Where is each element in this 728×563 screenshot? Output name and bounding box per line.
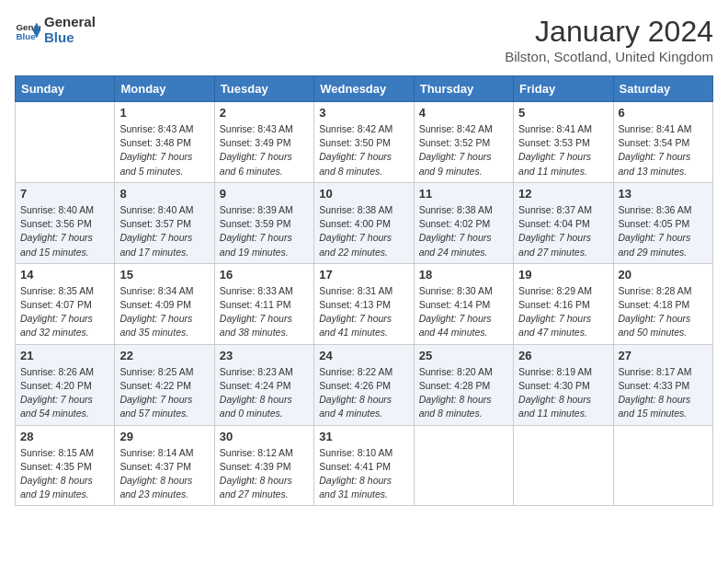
calendar-cell: 20 Sunrise: 8:28 AM Sunset: 4:18 PM Dayl… xyxy=(613,263,712,344)
calendar-cell: 30 Sunrise: 8:12 AM Sunset: 4:39 PM Dayl… xyxy=(214,425,313,506)
day-info: Sunrise: 8:14 AM Sunset: 4:37 PM Dayligh… xyxy=(119,446,209,502)
daylight-label: Daylight: 7 hours and 29 minutes. xyxy=(619,232,691,257)
calendar-cell: 1 Sunrise: 8:43 AM Sunset: 3:48 PM Dayli… xyxy=(115,102,214,183)
calendar-cell: 12 Sunrise: 8:37 AM Sunset: 4:04 PM Dayl… xyxy=(514,182,613,263)
day-number: 2 xyxy=(220,106,309,120)
calendar-cell: 14 Sunrise: 8:35 AM Sunset: 4:07 PM Dayl… xyxy=(16,263,115,344)
calendar-cell: 9 Sunrise: 8:39 AM Sunset: 3:59 PM Dayli… xyxy=(214,182,313,263)
daylight-label: Daylight: 8 hours and 19 minutes. xyxy=(20,475,93,500)
calendar-cell: 19 Sunrise: 8:29 AM Sunset: 4:16 PM Dayl… xyxy=(514,263,613,344)
calendar-cell: 28 Sunrise: 8:15 AM Sunset: 4:35 PM Dayl… xyxy=(16,425,115,506)
day-info: Sunrise: 8:42 AM Sunset: 3:52 PM Dayligh… xyxy=(419,122,508,178)
header-tuesday: Tuesday xyxy=(214,76,313,102)
header-sunday: Sunday xyxy=(16,76,115,102)
calendar-cell: 2 Sunrise: 8:43 AM Sunset: 3:49 PM Dayli… xyxy=(214,102,313,183)
day-info: Sunrise: 8:43 AM Sunset: 3:48 PM Dayligh… xyxy=(119,122,209,178)
calendar-cell: 22 Sunrise: 8:25 AM Sunset: 4:22 PM Dayl… xyxy=(115,344,214,425)
calendar-cell xyxy=(613,425,712,506)
day-info: Sunrise: 8:43 AM Sunset: 3:49 PM Dayligh… xyxy=(220,122,309,178)
day-number: 10 xyxy=(319,187,408,201)
day-info: Sunrise: 8:40 AM Sunset: 3:56 PM Dayligh… xyxy=(20,203,109,259)
day-info: Sunrise: 8:34 AM Sunset: 4:09 PM Dayligh… xyxy=(119,284,209,340)
day-number: 11 xyxy=(419,187,508,201)
daylight-label: Daylight: 7 hours and 24 minutes. xyxy=(419,232,492,257)
calendar-week-row: 14 Sunrise: 8:35 AM Sunset: 4:07 PM Dayl… xyxy=(16,263,713,344)
calendar-cell: 27 Sunrise: 8:17 AM Sunset: 4:33 PM Dayl… xyxy=(613,344,712,425)
daylight-label: Daylight: 8 hours and 15 minutes. xyxy=(619,394,691,419)
day-number: 14 xyxy=(20,268,109,282)
day-number: 18 xyxy=(419,268,508,282)
calendar-table: SundayMondayTuesdayWednesdayThursdayFrid… xyxy=(15,75,713,506)
day-info: Sunrise: 8:35 AM Sunset: 4:07 PM Dayligh… xyxy=(20,284,109,340)
daylight-label: Daylight: 8 hours and 27 minutes. xyxy=(220,475,292,500)
daylight-label: Daylight: 7 hours and 22 minutes. xyxy=(319,232,392,257)
day-info: Sunrise: 8:26 AM Sunset: 4:20 PM Dayligh… xyxy=(20,365,109,421)
calendar-cell: 26 Sunrise: 8:19 AM Sunset: 4:30 PM Dayl… xyxy=(514,344,613,425)
daylight-label: Daylight: 7 hours and 13 minutes. xyxy=(619,151,691,176)
day-number: 17 xyxy=(319,268,408,282)
daylight-label: Daylight: 8 hours and 23 minutes. xyxy=(119,475,192,500)
page-header: General Blue General Blue January 2024 B… xyxy=(15,15,713,64)
day-info: Sunrise: 8:40 AM Sunset: 3:57 PM Dayligh… xyxy=(119,203,209,259)
calendar-cell: 4 Sunrise: 8:42 AM Sunset: 3:52 PM Dayli… xyxy=(414,102,513,183)
daylight-label: Daylight: 8 hours and 4 minutes. xyxy=(319,394,392,419)
day-info: Sunrise: 8:38 AM Sunset: 4:00 PM Dayligh… xyxy=(319,203,408,259)
day-number: 31 xyxy=(319,430,408,443)
day-number: 4 xyxy=(419,106,508,120)
svg-text:Blue: Blue xyxy=(16,30,36,40)
day-number: 25 xyxy=(419,349,508,362)
day-number: 12 xyxy=(518,187,608,201)
day-number: 30 xyxy=(220,430,309,443)
day-info: Sunrise: 8:28 AM Sunset: 4:18 PM Dayligh… xyxy=(619,284,708,340)
day-info: Sunrise: 8:12 AM Sunset: 4:39 PM Dayligh… xyxy=(220,446,309,502)
calendar-cell: 23 Sunrise: 8:23 AM Sunset: 4:24 PM Dayl… xyxy=(214,344,313,425)
logo-line1: General xyxy=(44,15,96,30)
day-info: Sunrise: 8:37 AM Sunset: 4:04 PM Dayligh… xyxy=(518,203,608,259)
calendar-cell: 6 Sunrise: 8:41 AM Sunset: 3:54 PM Dayli… xyxy=(613,102,712,183)
day-info: Sunrise: 8:15 AM Sunset: 4:35 PM Dayligh… xyxy=(20,446,109,502)
day-info: Sunrise: 8:30 AM Sunset: 4:14 PM Dayligh… xyxy=(419,284,508,340)
daylight-label: Daylight: 7 hours and 17 minutes. xyxy=(119,232,192,257)
month-year-title: January 2024 xyxy=(505,15,713,49)
daylight-label: Daylight: 7 hours and 47 minutes. xyxy=(518,313,591,338)
day-number: 19 xyxy=(518,268,608,282)
day-number: 7 xyxy=(20,187,109,201)
day-number: 13 xyxy=(619,187,708,201)
header-friday: Friday xyxy=(514,76,613,102)
daylight-label: Daylight: 8 hours and 31 minutes. xyxy=(319,475,392,500)
daylight-label: Daylight: 7 hours and 15 minutes. xyxy=(20,232,93,257)
day-number: 1 xyxy=(119,106,209,120)
day-number: 16 xyxy=(220,268,309,282)
daylight-label: Daylight: 8 hours and 11 minutes. xyxy=(518,394,591,419)
day-number: 23 xyxy=(220,349,309,362)
day-number: 15 xyxy=(119,268,209,282)
daylight-label: Daylight: 7 hours and 11 minutes. xyxy=(518,151,591,176)
calendar-cell: 16 Sunrise: 8:33 AM Sunset: 4:11 PM Dayl… xyxy=(214,263,313,344)
calendar-header-row: SundayMondayTuesdayWednesdayThursdayFrid… xyxy=(16,76,713,102)
calendar-cell: 18 Sunrise: 8:30 AM Sunset: 4:14 PM Dayl… xyxy=(414,263,513,344)
calendar-cell: 17 Sunrise: 8:31 AM Sunset: 4:13 PM Dayl… xyxy=(314,263,414,344)
daylight-label: Daylight: 8 hours and 8 minutes. xyxy=(419,394,492,419)
day-info: Sunrise: 8:25 AM Sunset: 4:22 PM Dayligh… xyxy=(119,365,209,421)
logo: General Blue General Blue xyxy=(15,15,96,45)
calendar-week-row: 21 Sunrise: 8:26 AM Sunset: 4:20 PM Dayl… xyxy=(16,344,713,425)
daylight-label: Daylight: 7 hours and 44 minutes. xyxy=(419,313,492,338)
day-info: Sunrise: 8:22 AM Sunset: 4:26 PM Dayligh… xyxy=(319,365,408,421)
day-number: 6 xyxy=(619,106,708,120)
daylight-label: Daylight: 7 hours and 9 minutes. xyxy=(419,151,492,176)
day-number: 20 xyxy=(619,268,708,282)
day-info: Sunrise: 8:10 AM Sunset: 4:41 PM Dayligh… xyxy=(319,446,408,502)
logo-icon: General Blue xyxy=(15,17,40,43)
calendar-cell: 29 Sunrise: 8:14 AM Sunset: 4:37 PM Dayl… xyxy=(115,425,214,506)
day-info: Sunrise: 8:36 AM Sunset: 4:05 PM Dayligh… xyxy=(619,203,708,259)
day-info: Sunrise: 8:38 AM Sunset: 4:02 PM Dayligh… xyxy=(419,203,508,259)
day-number: 22 xyxy=(119,349,209,362)
daylight-label: Daylight: 7 hours and 19 minutes. xyxy=(220,232,292,257)
day-info: Sunrise: 8:31 AM Sunset: 4:13 PM Dayligh… xyxy=(319,284,408,340)
header-thursday: Thursday xyxy=(414,76,513,102)
day-info: Sunrise: 8:33 AM Sunset: 4:11 PM Dayligh… xyxy=(220,284,309,340)
calendar-cell xyxy=(16,102,115,183)
calendar-cell: 15 Sunrise: 8:34 AM Sunset: 4:09 PM Dayl… xyxy=(115,263,214,344)
day-info: Sunrise: 8:42 AM Sunset: 3:50 PM Dayligh… xyxy=(319,122,408,178)
daylight-label: Daylight: 7 hours and 8 minutes. xyxy=(319,151,392,176)
